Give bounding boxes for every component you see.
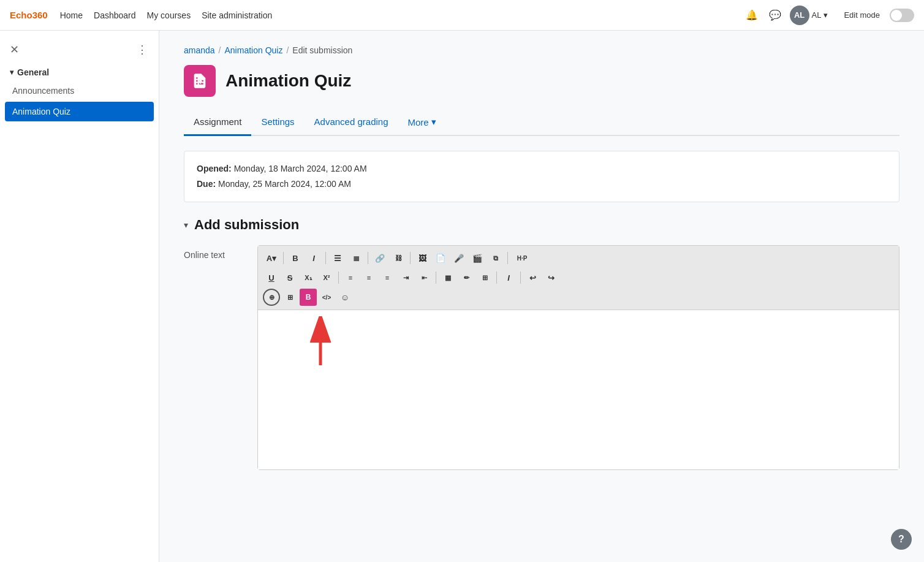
apps-button[interactable]: ⊞ xyxy=(281,289,298,306)
red-arrow-annotation xyxy=(302,316,339,371)
h5p-button[interactable]: H·P xyxy=(511,249,533,267)
align-left-button[interactable]: ≡ xyxy=(342,269,359,286)
unlink-button[interactable]: ⛓ xyxy=(390,249,407,267)
align-right-button[interactable]: ≡ xyxy=(379,269,396,286)
page-icon xyxy=(184,65,216,97)
tab-more-label: More xyxy=(408,117,429,127)
breadcrumb-sep1: / xyxy=(219,45,221,55)
unordered-list-button[interactable]: ☰ xyxy=(329,249,346,267)
table-button[interactable]: ▦ xyxy=(439,269,456,286)
brand-logo[interactable]: Echo360 xyxy=(10,10,48,20)
italic-button[interactable]: I xyxy=(305,249,322,267)
nav-site-admin[interactable]: Site administration xyxy=(202,10,272,20)
sidebar-section-chevron-icon: ▾ xyxy=(10,68,13,77)
sidebar-menu-icon[interactable]: ⋮ xyxy=(137,43,149,56)
tab-advanced-grading[interactable]: Advanced grading xyxy=(305,109,398,136)
toolbar-row-1: A▾ B I ☰ ≣ 🔗 ⛓ 🖼 📄 🎤 🎬 xyxy=(263,249,894,267)
sidebar-item-animation-quiz[interactable]: Animation Quiz xyxy=(5,102,154,121)
toolbar-sep-6 xyxy=(338,272,339,284)
info-box: Opened: Monday, 18 March 2024, 12:00 AM … xyxy=(184,151,899,202)
sidebar-close-icon[interactable]: ✕ xyxy=(10,43,19,56)
toolbar-sep-8 xyxy=(496,272,497,284)
ordered-list-button[interactable]: ≣ xyxy=(347,249,365,267)
nav-links: Home Dashboard My courses Site administr… xyxy=(60,10,273,20)
accessibility-button[interactable]: ⊕ xyxy=(263,289,280,306)
opened-value-text: Monday, 18 March 2024, 12:00 AM xyxy=(234,164,367,173)
tab-more[interactable]: More ▾ xyxy=(398,109,446,135)
blogger-button[interactable]: B xyxy=(300,289,317,306)
insert-file-button[interactable]: 📄 xyxy=(432,249,449,267)
user-chevron-icon: ▾ xyxy=(824,10,828,20)
toolbar-sep-9 xyxy=(520,272,521,284)
breadcrumb-current: Edit submission xyxy=(292,45,352,55)
due-value-text: Monday, 25 March 2024, 12:00 AM xyxy=(218,179,351,189)
underline-button[interactable]: U xyxy=(263,269,280,286)
insert-table-button[interactable]: ⊞ xyxy=(476,269,493,286)
subscript-button[interactable]: X₁ xyxy=(300,269,317,286)
breadcrumb-sep2: / xyxy=(286,45,289,55)
undo-button[interactable]: ↩ xyxy=(524,269,541,286)
record-video-button[interactable]: 🎬 xyxy=(469,249,486,267)
breadcrumb: amanda / Animation Quiz / Edit submissio… xyxy=(184,45,899,55)
assignment-icon xyxy=(191,72,208,89)
user-menu[interactable]: AL AL ▾ xyxy=(790,6,828,25)
manage-files-button[interactable]: ⧉ xyxy=(487,249,504,267)
redo-button[interactable]: ↪ xyxy=(542,269,559,286)
page-title: Animation Quiz xyxy=(225,71,351,91)
insert-image-button[interactable]: 🖼 xyxy=(414,249,431,267)
nav-home[interactable]: Home xyxy=(60,10,83,20)
sidebar-item-announcements[interactable]: Announcements xyxy=(0,81,159,101)
toolbar-row-2: U S X₁ X² ≡ ≡ ≡ ⇥ ⇤ ▦ ✏ ⊞ xyxy=(263,269,894,286)
strikethrough-button[interactable]: S xyxy=(281,269,298,286)
nav-my-courses[interactable]: My courses xyxy=(147,10,191,20)
user-avatar: AL xyxy=(790,6,809,25)
special-char-button[interactable]: ✏ xyxy=(458,269,475,286)
record-audio-button[interactable]: 🎤 xyxy=(450,249,468,267)
toolbar-sep-4 xyxy=(410,252,411,264)
top-navigation: Echo360 Home Dashboard My courses Site a… xyxy=(0,0,924,31)
online-text-label: Online text xyxy=(184,245,245,260)
format-italic-button[interactable]: I xyxy=(500,269,517,286)
help-button[interactable]: ? xyxy=(891,529,912,550)
bold-button[interactable]: B xyxy=(287,249,304,267)
sidebar-section-label: General xyxy=(17,67,49,77)
editor-toolbar: A▾ B I ☰ ≣ 🔗 ⛓ 🖼 📄 🎤 🎬 xyxy=(258,246,899,310)
opened-row: Opened: Monday, 18 March 2024, 12:00 AM xyxy=(197,161,887,177)
toolbar-sep-3 xyxy=(368,252,368,264)
font-size-button[interactable]: A▾ xyxy=(263,249,280,267)
editor-content-area[interactable] xyxy=(258,310,899,469)
editor-row: Online text A▾ B I ☰ ≣ 🔗 ⛓ xyxy=(184,245,899,470)
notifications-icon[interactable]: 🔔 xyxy=(743,7,760,24)
toolbar-sep-2 xyxy=(325,252,326,264)
tab-more-chevron-icon: ▾ xyxy=(431,116,436,127)
page-layout: ✕ ⋮ ▾ General Announcements Animation Qu… xyxy=(0,31,924,562)
tab-assignment[interactable]: Assignment xyxy=(184,109,251,136)
superscript-button[interactable]: X² xyxy=(318,269,335,286)
toolbar-sep-1 xyxy=(283,252,284,264)
breadcrumb-animation-quiz[interactable]: Animation Quiz xyxy=(224,45,282,55)
insert-link-button[interactable]: 🔗 xyxy=(371,249,388,267)
topnav-right: 🔔 💬 AL AL ▾ Edit mode xyxy=(743,6,914,25)
user-initials-label: AL xyxy=(812,10,822,20)
opened-label: Opened: xyxy=(197,164,232,173)
source-code-button[interactable]: </> xyxy=(318,289,335,306)
toolbar-sep-7 xyxy=(436,272,436,284)
add-submission-header[interactable]: ▾ Add submission xyxy=(184,217,899,233)
section-chevron-icon: ▾ xyxy=(184,220,188,230)
due-label: Due: xyxy=(197,179,216,189)
sidebar-header: ✕ ⋮ xyxy=(0,38,159,61)
tab-settings[interactable]: Settings xyxy=(251,109,304,136)
breadcrumb-amanda[interactable]: amanda xyxy=(184,45,215,55)
messages-icon[interactable]: 💬 xyxy=(767,7,784,24)
indent-button[interactable]: ⇥ xyxy=(397,269,414,286)
outdent-button[interactable]: ⇤ xyxy=(415,269,433,286)
rich-text-editor: A▾ B I ☰ ≣ 🔗 ⛓ 🖼 📄 🎤 🎬 xyxy=(257,245,899,470)
sidebar-section-general[interactable]: ▾ General xyxy=(0,61,159,81)
align-center-button[interactable]: ≡ xyxy=(360,269,377,286)
nav-dashboard[interactable]: Dashboard xyxy=(94,10,136,20)
edit-mode-toggle[interactable] xyxy=(890,9,914,22)
emoji-button[interactable]: ☺ xyxy=(336,289,354,306)
toolbar-sep-5 xyxy=(507,252,508,264)
due-row: Due: Monday, 25 March 2024, 12:00 AM xyxy=(197,177,887,192)
toolbar-row-3: ⊕ ⊞ B </> ☺ xyxy=(263,289,894,306)
